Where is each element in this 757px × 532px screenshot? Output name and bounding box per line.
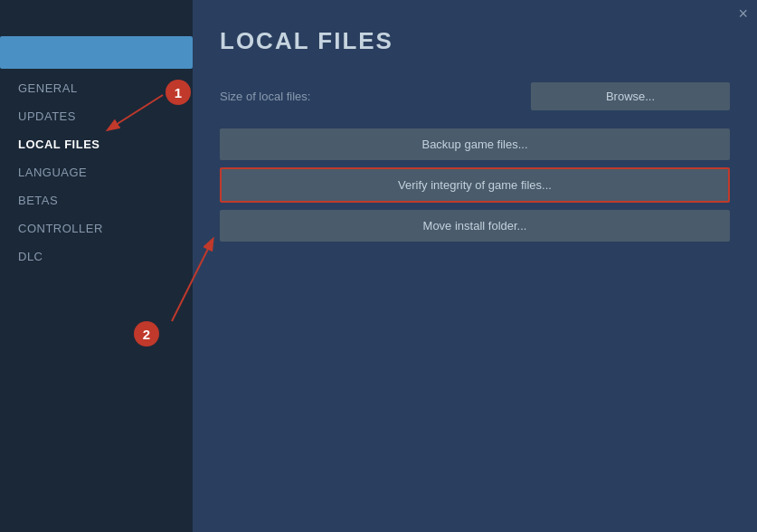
sidebar-item-language[interactable]: LANGUAGE [0, 158, 193, 186]
sidebar-item-dlc[interactable]: DLC [0, 242, 193, 271]
browse-button[interactable]: Browse... [531, 82, 730, 110]
sidebar-item-updates[interactable]: UPDATES [0, 102, 193, 130]
move-button[interactable]: Move install folder... [220, 210, 730, 242]
size-label: Size of local files: [220, 90, 513, 103]
main-content: LOCAL FILES Size of local files: Browse.… [193, 0, 757, 532]
annotation-2: 2 [134, 321, 159, 347]
size-row: Size of local files: Browse... [220, 82, 730, 110]
sidebar-item-betas[interactable]: BETAS [0, 186, 193, 214]
sidebar: GENERAL UPDATES LOCAL FILES LANGUAGE BET… [0, 0, 193, 532]
sidebar-item-controller[interactable]: CONTROLLER [0, 214, 193, 242]
page-title: LOCAL FILES [220, 27, 730, 55]
annotation-1: 1 [166, 80, 191, 105]
backup-button[interactable]: Backup game files... [220, 128, 730, 160]
verify-button[interactable]: Verify integrity of game files... [220, 167, 730, 203]
sidebar-item-local-files[interactable]: LOCAL FILES [0, 130, 193, 158]
actions-panel: Backup game files... Verify integrity of… [220, 128, 730, 242]
close-icon[interactable]: × [738, 5, 748, 22]
main-window: × GENERAL UPDATES LOCAL FILES LANGUAGE B… [0, 0, 757, 532]
sidebar-item-general[interactable]: GENERAL [0, 74, 193, 102]
